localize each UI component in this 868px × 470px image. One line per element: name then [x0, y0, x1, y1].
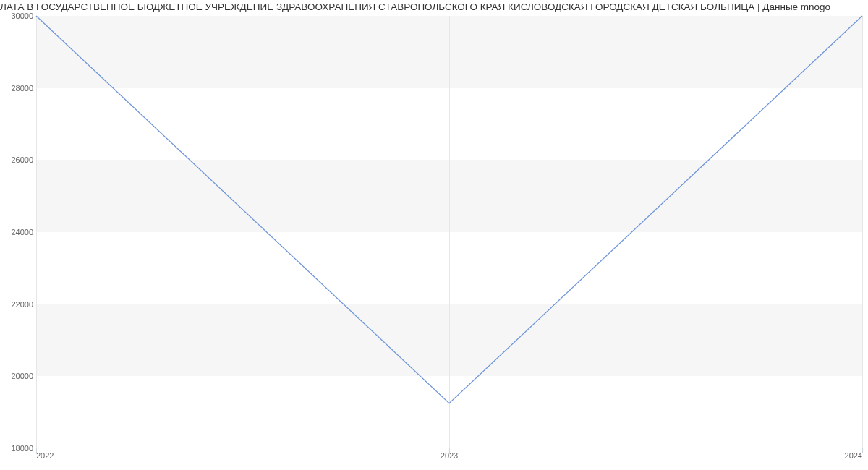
y-tick-label: 28000	[1, 84, 33, 93]
y-tick-label: 30000	[1, 12, 33, 20]
chart-container: ЛАТА В ГОСУДАРСТВЕННОЕ БЮДЖЕТНОЕ УЧРЕЖДЕ…	[0, 0, 868, 470]
y-tick-label: 24000	[1, 228, 33, 236]
line-layer	[36, 16, 862, 448]
x-tick-label: 2023	[441, 451, 458, 460]
gridline-vertical	[862, 16, 863, 448]
data-line	[36, 16, 862, 403]
y-tick-label: 20000	[1, 372, 33, 380]
chart-title: ЛАТА В ГОСУДАРСТВЕННОЕ БЮДЖЕТНОЕ УЧРЕЖДЕ…	[0, 1, 868, 12]
x-tick-mark	[862, 448, 863, 453]
y-tick-label: 22000	[1, 300, 33, 309]
y-tick-label: 26000	[1, 155, 33, 164]
plot-area	[36, 16, 862, 448]
x-tick-label: 2022	[36, 451, 54, 460]
x-tick-label: 2024	[845, 451, 862, 460]
y-tick-label: 18000	[1, 444, 33, 453]
